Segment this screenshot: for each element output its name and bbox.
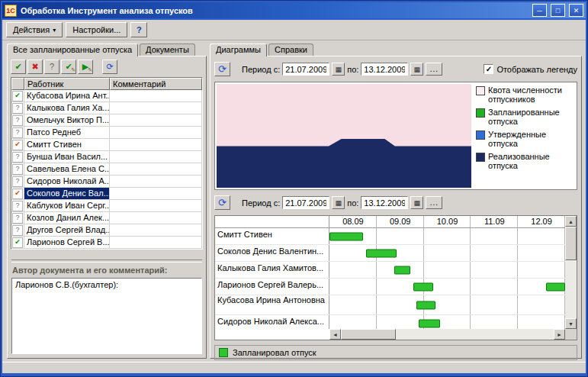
refresh-list-button[interactable]: ⟳: [102, 60, 117, 74]
reject-vacation-button[interactable]: ✖: [27, 60, 43, 74]
worker-comment-cell[interactable]: [110, 139, 202, 151]
worker-name-cell[interactable]: Соколов Денис Вал...: [24, 188, 110, 200]
refresh-chart-button[interactable]: ⟳: [214, 62, 230, 76]
table-row[interactable]: ?Патсо Реднеб: [11, 127, 202, 139]
scroll-up-icon[interactable]: ▲: [565, 216, 577, 227]
gantt-row[interactable]: Ларионов Сергей Валерь...: [215, 279, 565, 295]
calendar-icon[interactable]: ▦: [410, 63, 423, 76]
gantt-row[interactable]: Смитт Стивен: [215, 228, 565, 245]
gantt-row[interactable]: Сидоров Николай Алекса...: [215, 315, 565, 329]
worker-comment-cell[interactable]: [110, 114, 202, 127]
close-button[interactable]: ✕: [569, 4, 583, 17]
worker-comment-cell[interactable]: [110, 102, 202, 114]
vertical-scroll-track[interactable]: [565, 260, 577, 318]
calendar-icon[interactable]: ▦: [410, 196, 423, 209]
minimize-button[interactable]: ─: [532, 4, 547, 17]
worker-comment-cell[interactable]: [110, 188, 202, 200]
gantt-lane: [329, 315, 565, 329]
period-to-input[interactable]: [361, 196, 408, 209]
worker-name-cell[interactable]: Савельева Елена С...: [24, 163, 110, 176]
vacation-bar[interactable]: [329, 232, 363, 240]
question-status-icon: ?: [12, 201, 23, 211]
vacation-bar[interactable]: [419, 319, 440, 327]
worker-comment-cell[interactable]: [110, 163, 202, 176]
vacation-bar[interactable]: [413, 282, 433, 291]
chart-legend-item: Запланированные отпуска: [476, 108, 575, 126]
worker-name-cell[interactable]: Кубасова Ирина Ант...: [24, 90, 110, 102]
table-row[interactable]: ?Савельева Елена С...: [11, 163, 202, 176]
approve-with-edit-button[interactable]: ✔✎: [61, 60, 76, 74]
worker-name-cell[interactable]: Сидоров Николай А...: [24, 176, 110, 188]
comment-column-header[interactable]: Комментарий: [110, 78, 202, 90]
worker-name-cell[interactable]: Калыкова Галия Ха...: [24, 102, 110, 114]
worker-comment-cell[interactable]: [110, 176, 202, 188]
worker-comment-cell[interactable]: [110, 151, 202, 163]
gantt-horizontal-scrollbar[interactable]: ◄ ►: [329, 329, 565, 340]
worker-comment-cell[interactable]: [110, 90, 202, 102]
table-row[interactable]: ✔Смитт Стивен: [11, 139, 202, 151]
worker-comment-cell[interactable]: [110, 237, 202, 249]
titlebar[interactable]: 1С Обработка Инструмент анализа отпусков…: [2, 2, 586, 18]
table-row[interactable]: ?Сидоров Николай А...: [11, 176, 202, 188]
tab-documents[interactable]: Документы: [140, 44, 195, 56]
clear-status-button[interactable]: ?: [44, 60, 59, 74]
flagged-status-icon: ✔: [12, 140, 23, 150]
scroll-left-icon[interactable]: ◄: [329, 329, 341, 340]
show-legend-checkbox[interactable]: ✓: [484, 64, 493, 74]
actions-menu-button[interactable]: Действия ▾: [6, 22, 63, 37]
tab-reports[interactable]: Справки: [268, 44, 313, 56]
table-row[interactable]: ?Другов Сергей Влад...: [11, 224, 202, 237]
table-row[interactable]: ?Козлов Данил Алек...: [11, 212, 202, 224]
horizontal-scroll-track[interactable]: [396, 329, 554, 340]
period-from-input[interactable]: [282, 63, 329, 76]
gantt-row[interactable]: Калыкова Галия Хамитов...: [215, 262, 565, 279]
tab-diagrams[interactable]: Диаграммы: [210, 44, 267, 56]
tab-all-planned-vacations[interactable]: Все запланированные отпуска: [7, 44, 138, 56]
vertical-scroll-thumb[interactable]: [565, 227, 577, 260]
worker-name-cell[interactable]: Каблуков Иван Серг...: [24, 200, 110, 212]
vacation-bar[interactable]: [546, 282, 565, 291]
help-button[interactable]: ?: [130, 22, 147, 37]
calendar-icon[interactable]: ▦: [332, 63, 345, 76]
worker-name-cell[interactable]: Козлов Данил Алек...: [24, 212, 110, 224]
gantt-row[interactable]: Кубасова Ирина Антоновна: [215, 295, 565, 315]
table-row[interactable]: ✔Ларионов Сергей В...: [11, 237, 202, 249]
worker-name-cell[interactable]: Бунша Иван Васил...: [24, 151, 110, 163]
worker-comment-cell[interactable]: [110, 224, 202, 237]
maximize-button[interactable]: □: [551, 4, 565, 17]
vacation-bar[interactable]: [394, 266, 410, 274]
worker-name-cell[interactable]: Ларионов Сергей В...: [24, 237, 110, 249]
worker-name-cell[interactable]: Патсо Реднеб: [24, 127, 110, 139]
period-more-button[interactable]: ...: [426, 63, 442, 76]
worker-name-cell[interactable]: Другов Сергей Влад...: [24, 224, 110, 237]
gantt-vertical-scrollbar[interactable]: ▲ ▼: [565, 216, 577, 329]
table-row[interactable]: ?Бунша Иван Васил...: [11, 151, 202, 163]
approve-vacation-button[interactable]: ✔: [11, 60, 26, 74]
refresh-gantt-button[interactable]: ⟳: [214, 195, 230, 210]
period-from-input[interactable]: [282, 196, 329, 209]
post-with-edit-button[interactable]: ▶✎: [78, 60, 93, 74]
worker-comment-cell[interactable]: [110, 212, 202, 224]
worker-column-header[interactable]: Работник: [24, 78, 110, 90]
gantt-row[interactable]: Соколов Денис Валентин...: [215, 245, 565, 262]
table-row[interactable]: ✔Кубасова Ирина Ант...: [11, 90, 202, 102]
calendar-icon[interactable]: ▦: [332, 196, 345, 209]
vacation-bar[interactable]: [416, 301, 435, 309]
worker-table[interactable]: РаботникКомментарий ✔Кубасова Ирина Ант.…: [11, 77, 203, 250]
worker-comment-cell[interactable]: [110, 127, 202, 139]
worker-comment-cell[interactable]: [110, 200, 202, 212]
settings-button[interactable]: Настройки...: [66, 22, 127, 37]
vacation-bar[interactable]: [366, 249, 397, 257]
worker-name-cell[interactable]: Смитт Стивен: [24, 139, 110, 151]
table-row[interactable]: ✔Соколов Денис Вал...: [11, 188, 202, 200]
worker-name-cell[interactable]: Омельчук Виктор П...: [24, 114, 110, 127]
table-row[interactable]: ?Каблуков Иван Серг...: [11, 200, 202, 212]
author-comment-box[interactable]: Ларионов С.В.(бухгалтер):: [11, 278, 202, 354]
horizontal-scroll-thumb[interactable]: [341, 329, 396, 340]
period-more-button[interactable]: ...: [426, 196, 442, 209]
scroll-right-icon[interactable]: ►: [554, 329, 565, 340]
table-row[interactable]: ?Омельчук Виктор П...: [11, 114, 202, 127]
scroll-down-icon[interactable]: ▼: [565, 318, 577, 329]
table-row[interactable]: ?Калыкова Галия Ха...: [11, 102, 202, 114]
period-to-input[interactable]: [361, 63, 408, 76]
